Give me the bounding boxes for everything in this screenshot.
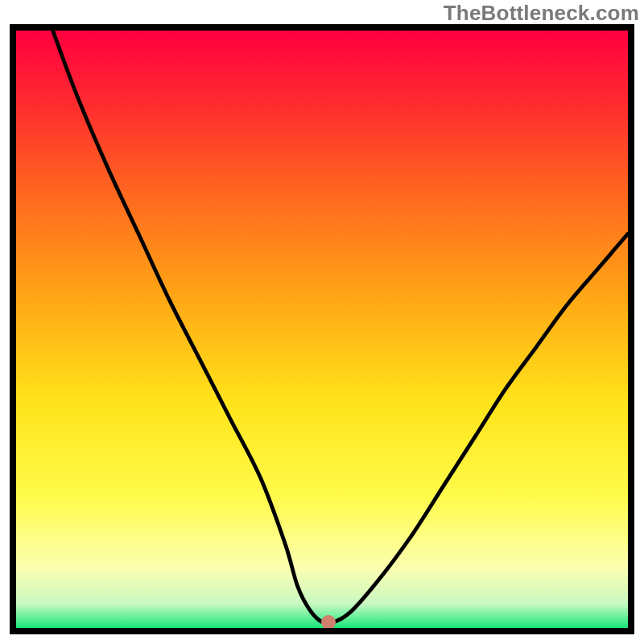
bottleneck-curve [16,31,628,628]
chart-container [10,24,634,634]
watermark-text: TheBottleneck.com [444,1,639,26]
optimum-marker [321,615,336,630]
